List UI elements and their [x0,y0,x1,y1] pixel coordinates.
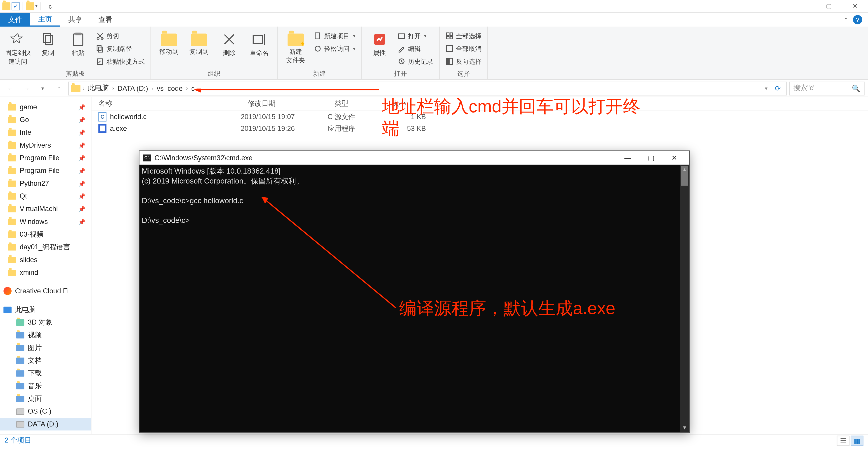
nav-item-pf2[interactable]: Program File📌 [0,164,91,177]
nav-item-xmind[interactable]: xmind [0,266,91,279]
move-to-button[interactable]: 移动到 [156,29,182,56]
cmd-title: C:\Windows\System32\cmd.exe [155,154,253,162]
group-select-label: 选择 [444,68,483,78]
nav-item-qt[interactable]: Qt📌 [0,190,91,202]
cmd-scroll-down[interactable]: ▼ [680,423,689,432]
search-box[interactable]: 搜索"c" 🔍 [789,81,865,95]
nav-item-downloads[interactable]: 下载 [0,367,91,379]
nav-item-go[interactable]: Go📌 [0,114,91,126]
col-name[interactable]: 名称 [91,99,241,109]
svg-rect-0 [43,33,51,43]
status-count: 2 个项目 [4,436,31,446]
group-new-label: 新建 [282,68,356,78]
cmd-maximize-button[interactable]: ▢ [640,154,662,162]
nav-item-intel[interactable]: Intel📌 [0,126,91,139]
copy-button[interactable]: 复制 [35,29,61,57]
cmd-titlebar[interactable]: C:\ C:\Windows\System32\cmd.exe — ▢ ✕ [140,151,689,165]
svg-rect-7 [98,47,103,52]
nav-item-python27[interactable]: Python27📌 [0,177,91,190]
cmd-scrollbar[interactable] [680,165,689,432]
nav-item-videos[interactable]: 视频 [0,328,91,341]
qat-check-icon[interactable]: ✓ [11,2,20,10]
nav-item-windows[interactable]: Windows📌 [0,215,91,228]
nav-item-thispc[interactable]: 此电脑 [0,303,91,316]
cmd-minimize-button[interactable]: — [616,154,639,162]
nav-item-day01[interactable]: day01_编程语言 [0,241,91,253]
group-open: 属性 打开▾ 编辑 历史记录 打开 [362,27,440,79]
copy-to-button[interactable]: 复制到 [186,29,213,56]
delete-button[interactable]: 删除 [216,29,243,57]
nav-item-03video[interactable]: 03-视频 [0,228,91,241]
view-large-button[interactable]: ▦ [850,435,863,446]
nav-item-creative[interactable]: Creative Cloud Fi [0,285,91,297]
search-icon[interactable]: 🔍 [852,84,860,92]
edit-button[interactable]: 编辑 [397,43,435,54]
nav-recent-dropdown[interactable]: ▾ [36,81,50,95]
select-none-button[interactable]: 全部取消 [444,43,483,54]
nav-item-game[interactable]: game📌 [0,101,91,113]
breadcrumb-dropdown-icon[interactable]: ▾ [765,86,770,91]
history-button[interactable]: 历史记录 [397,56,435,67]
nav-back-button[interactable]: ← [3,81,17,95]
tab-home[interactable]: 主页 [30,13,60,26]
close-button[interactable]: ✕ [842,0,868,12]
tab-file[interactable]: 文件 [0,13,30,26]
svg-rect-9 [253,35,263,43]
crumb-vscode[interactable]: vs_code [156,84,184,92]
breadcrumb-folder-icon [71,85,81,92]
nav-item-osdrive[interactable]: OS (C:) [0,405,91,418]
nav-item-desktop[interactable]: 桌面 [0,392,91,405]
qat-dropdown-icon[interactable]: ▾ [35,3,37,8]
paste-shortcut-button[interactable]: 粘贴快捷方式 [95,56,146,67]
cmd-icon: C:\ [143,154,151,161]
nav-up-button[interactable]: ↑ [52,81,66,95]
nav-item-docs[interactable]: 文档 [0,354,91,367]
tab-view[interactable]: 查看 [90,13,120,26]
view-details-button[interactable]: ☰ [837,435,849,446]
refresh-button[interactable]: ⟳ [771,84,784,92]
svg-rect-10 [315,33,320,39]
paste-button[interactable]: 粘贴 [65,29,92,57]
svg-point-11 [315,46,320,51]
cut-button[interactable]: 剪切 [95,30,146,41]
nav-item-pictures[interactable]: 图片 [0,341,91,354]
nav-item-music[interactable]: 音乐 [0,379,91,392]
tab-share[interactable]: 共享 [60,13,90,26]
invert-selection-button[interactable]: 反向选择 [444,56,483,67]
minimize-button[interactable]: — [790,0,816,12]
properties-button[interactable]: 属性 [366,29,393,57]
new-folder-button[interactable]: 新建 文件夹 [282,29,309,65]
pc-icon [3,307,11,313]
annotation-arrow-addr [194,88,379,93]
nav-item-slides[interactable]: slides [0,253,91,266]
pin-icon: 📌 [78,104,85,110]
copy-path-button[interactable]: 复制路径 [95,43,146,54]
svg-rect-13 [399,34,405,38]
address-bar: ← → ▾ ↑ › 此电脑› DATA (D:)› vs_code› c ▾ ⟳… [0,80,868,97]
rename-button[interactable]: 重命名 [246,29,273,57]
nav-tree[interactable]: game📌 Go📌 Intel📌 MyDrivers📌 Program File… [0,97,91,434]
cmd-close-button[interactable]: ✕ [662,154,686,162]
nav-item-datadrive[interactable]: DATA (D:) [0,418,91,430]
maximize-button[interactable]: ▢ [816,0,842,12]
select-all-button[interactable]: 全部选择 [444,30,483,41]
cmd-scroll-up[interactable]: ▲ [680,165,689,174]
nav-forward-button[interactable]: → [20,81,33,95]
open-button[interactable]: 打开▾ [397,30,435,41]
nav-item-mydrivers[interactable]: MyDrivers📌 [0,139,91,151]
nav-item-3dobjects[interactable]: 3D 对象 [0,316,91,328]
easy-access-button[interactable]: 轻松访问▾ [312,43,356,54]
nav-item-pf1[interactable]: Program File📌 [0,152,91,164]
breadcrumb-bar[interactable]: › 此电脑› DATA (D:)› vs_code› c ▾ ⟳ [68,81,787,95]
crumb-pc[interactable]: 此电脑 [87,84,110,93]
col-date[interactable]: 修改日期 [241,99,328,109]
svg-rect-15 [447,33,449,35]
crumb-drive[interactable]: DATA (D:) [116,84,149,92]
col-type[interactable]: 类型 [328,99,385,109]
help-icon[interactable]: ? [853,15,862,24]
svg-rect-3 [75,33,81,35]
new-item-button[interactable]: 新建项目▾ [312,30,356,41]
ribbon-collapse-icon[interactable]: ⌃ [844,17,848,23]
nav-item-vm[interactable]: VirtualMachi📌 [0,202,91,215]
pin-quick-access-button[interactable]: 固定到快 速访问 [4,29,31,66]
